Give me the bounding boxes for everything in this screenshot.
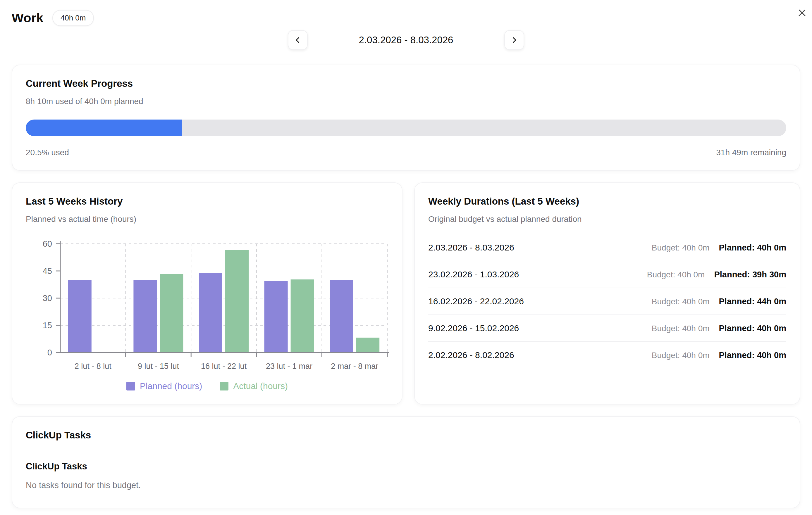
- bar-actual: [356, 338, 379, 353]
- history-card-title: Last 5 Weeks History: [26, 196, 388, 207]
- y-tick-label: 0: [48, 348, 52, 357]
- current-week-progress-card: Current Week Progress 8h 10m used of 40h…: [12, 65, 800, 171]
- duration-row: 2.02.2026 - 8.02.2026 Budget: 40h 0mPlan…: [428, 342, 786, 368]
- x-tick-label: 2 mar - 8 mar: [331, 362, 378, 371]
- tasks-inner-title: ClickUp Tasks: [26, 461, 786, 472]
- duration-row-budget: Budget: 40h 0m: [652, 324, 709, 333]
- duration-row-planned: Planned: 40h 0m: [719, 243, 786, 252]
- duration-row-budget: Budget: 40h 0m: [647, 270, 705, 279]
- duration-row-range: 2.03.2026 - 8.03.2026: [428, 243, 514, 252]
- progress-card-title: Current Week Progress: [26, 78, 786, 89]
- duration-row: 2.03.2026 - 8.03.2026 Budget: 40h 0mPlan…: [428, 234, 786, 261]
- durations-card-title: Weekly Durations (Last 5 Weeks): [428, 196, 786, 207]
- duration-row-planned: Planned: 40h 0m: [719, 324, 786, 333]
- bar-planned: [68, 280, 92, 353]
- middle-row: Last 5 Weeks History Planned vs actual t…: [12, 182, 800, 404]
- progress-meta-row: 20.5% used 31h 49m remaining: [26, 148, 786, 157]
- duration-row-range: 23.02.2026 - 1.03.2026: [428, 270, 519, 279]
- tasks-empty-message: No tasks found for this budget.: [26, 481, 786, 490]
- bar-planned: [134, 280, 157, 353]
- progress-bar-fill: [26, 120, 182, 136]
- duration-row-range: 2.02.2026 - 8.02.2026: [428, 350, 514, 360]
- chevron-left-icon: [293, 36, 302, 44]
- budget-modal: Work 40h 0m 2.03.2026 - 8.03.2026 Curren…: [0, 0, 812, 515]
- duration-row-budget: Budget: 40h 0m: [652, 243, 709, 252]
- duration-row-budget: Budget: 40h 0m: [652, 351, 709, 360]
- bar-planned: [264, 281, 288, 353]
- close-icon: [797, 8, 807, 18]
- x-tick-label: 16 lut - 22 lut: [201, 362, 247, 371]
- legend-item[interactable]: Actual (hours): [220, 381, 288, 391]
- bar-planned: [330, 280, 353, 353]
- chart-legend: Planned (hours)Actual (hours): [26, 381, 388, 391]
- bar-actual: [225, 250, 249, 353]
- x-tick-label: 2 lut - 8 lut: [75, 362, 112, 371]
- legend-label: Actual (hours): [233, 381, 288, 391]
- x-tick-label: 23 lut - 1 mar: [266, 362, 312, 371]
- chart-area: 0153045602 lut - 8 lut9 lut - 15 lut16 l…: [26, 239, 388, 391]
- chevron-right-icon: [510, 36, 519, 44]
- y-tick-label: 15: [43, 321, 52, 330]
- week-range-label: 2.03.2026 - 8.03.2026: [324, 34, 488, 46]
- bar-actual: [160, 274, 183, 353]
- x-tick-label: 9 lut - 15 lut: [138, 362, 179, 371]
- duration-row-planned: Planned: 44h 0m: [719, 297, 786, 306]
- duration-row-budget: Budget: 40h 0m: [652, 297, 709, 306]
- remaining-label: 31h 49m remaining: [716, 148, 786, 157]
- next-week-button[interactable]: [504, 30, 524, 50]
- tasks-card-title: ClickUp Tasks: [26, 430, 786, 441]
- durations-list: 2.03.2026 - 8.03.2026 Budget: 40h 0mPlan…: [428, 234, 786, 368]
- page-title: Work: [12, 11, 44, 25]
- y-tick-label: 30: [43, 294, 52, 303]
- duration-row: 16.02.2026 - 22.02.2026 Budget: 40h 0mPl…: [428, 288, 786, 315]
- bar-planned: [199, 273, 222, 353]
- week-navigation: 2.03.2026 - 8.03.2026: [12, 30, 800, 50]
- header: Work 40h 0m: [12, 10, 800, 26]
- duration-row: 9.02.2026 - 15.02.2026 Budget: 40h 0mPla…: [428, 315, 786, 342]
- close-button[interactable]: [794, 5, 810, 21]
- bar-actual: [291, 279, 314, 353]
- previous-week-button[interactable]: [288, 30, 308, 50]
- duration-row-planned: Planned: 39h 30m: [714, 270, 786, 279]
- legend-swatch: [220, 382, 228, 391]
- weekly-durations-card: Weekly Durations (Last 5 Weeks) Original…: [414, 182, 800, 404]
- clickup-tasks-card: ClickUp Tasks ClickUp Tasks No tasks fou…: [12, 416, 800, 508]
- progress-card-subtitle: 8h 10m used of 40h 0m planned: [26, 97, 786, 106]
- percent-used-label: 20.5% used: [26, 148, 69, 157]
- duration-row-range: 16.02.2026 - 22.02.2026: [428, 296, 524, 306]
- duration-row: 23.02.2026 - 1.03.2026 Budget: 40h 0mPla…: [428, 261, 786, 288]
- history-card: Last 5 Weeks History Planned vs actual t…: [12, 182, 403, 404]
- history-bar-chart[interactable]: 0153045602 lut - 8 lut9 lut - 15 lut16 l…: [26, 239, 389, 375]
- history-card-subtitle: Planned vs actual time (hours): [26, 215, 388, 224]
- legend-item[interactable]: Planned (hours): [126, 381, 202, 391]
- duration-row-range: 9.02.2026 - 15.02.2026: [428, 323, 519, 333]
- y-tick-label: 60: [43, 239, 52, 248]
- progress-bar-track: [26, 120, 786, 136]
- legend-swatch: [126, 382, 135, 391]
- duration-row-planned: Planned: 40h 0m: [719, 351, 786, 360]
- legend-label: Planned (hours): [140, 381, 202, 391]
- y-tick-label: 45: [43, 266, 52, 276]
- durations-card-subtitle: Original budget vs actual planned durati…: [428, 215, 786, 224]
- budget-total-badge: 40h 0m: [52, 10, 94, 26]
